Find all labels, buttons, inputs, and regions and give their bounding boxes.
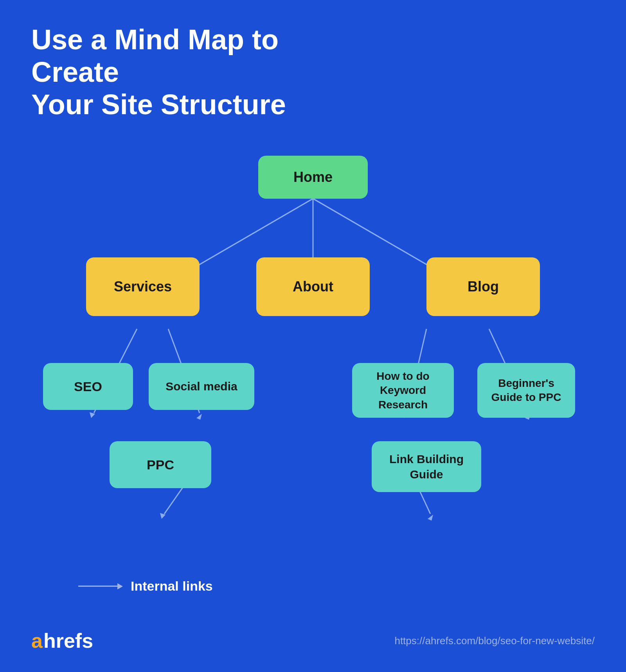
node-link-building: Link Building Guide <box>372 441 481 492</box>
legend-line <box>78 586 117 587</box>
node-social-media: Social media <box>149 363 254 410</box>
footer-url: https://ahrefs.com/blog/seo-for-new-webs… <box>394 635 595 647</box>
node-about: About <box>256 257 370 316</box>
legend-arrow <box>78 583 123 589</box>
legend-text: Internal links <box>131 579 213 594</box>
legend-arrowhead <box>117 583 123 589</box>
logo-hrefs-text: hrefs <box>43 629 93 652</box>
node-services: Services <box>86 257 200 316</box>
node-keyword-research: How to do Keyword Research <box>352 363 454 418</box>
legend: Internal links <box>78 579 213 594</box>
page-title: Use a Mind Map to Create Your Site Struc… <box>31 23 305 120</box>
diagram-area: Home Services About Blog SEO Social medi… <box>31 144 595 649</box>
node-blog: Blog <box>426 257 540 316</box>
node-home: Home <box>258 156 368 199</box>
node-beginners-guide: Beginner's Guide to PPC <box>477 363 575 418</box>
footer: a hrefs https://ahrefs.com/blog/seo-for-… <box>31 629 595 652</box>
main-container: Use a Mind Map to Create Your Site Struc… <box>0 0 626 672</box>
ahrefs-logo: a hrefs <box>31 629 93 652</box>
logo-a-letter: a <box>31 629 43 652</box>
nodes-layer: Home Services About Blog SEO Social medi… <box>31 144 595 649</box>
node-ppc: PPC <box>110 441 211 488</box>
node-seo: SEO <box>43 363 133 410</box>
